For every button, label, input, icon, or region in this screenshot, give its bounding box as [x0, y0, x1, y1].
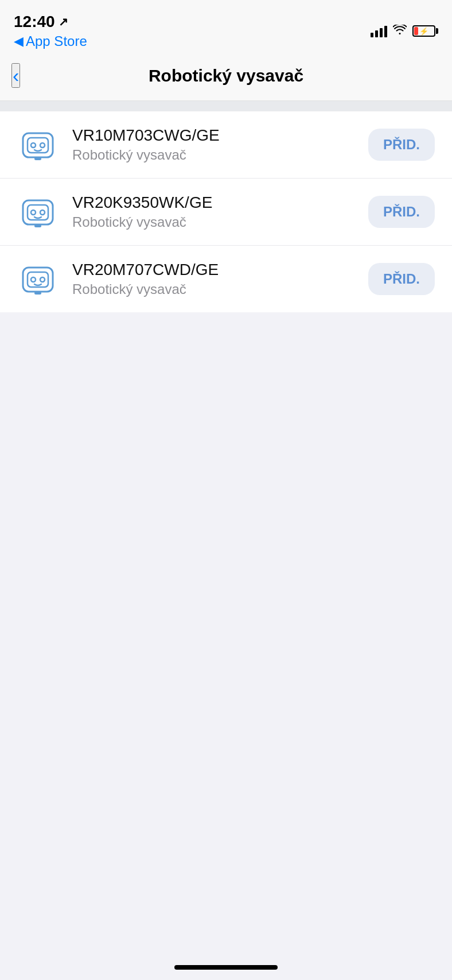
robot-vacuum-icon: [18, 259, 57, 299]
battery-icon: ⚡: [412, 25, 438, 37]
svg-point-3: [40, 143, 45, 148]
signal-bar-1: [371, 33, 373, 37]
signal-bars-icon: [371, 25, 387, 37]
app-store-back-label: App Store: [26, 33, 87, 49]
separator-bar: [0, 101, 452, 111]
back-chevron-icon: ◀: [14, 34, 24, 49]
device-icon-wrap: [17, 124, 59, 165]
status-time: 12:40 ↗: [14, 13, 87, 31]
page-title: Robotický vysavač: [149, 66, 303, 86]
charging-bolt-icon: ⚡: [419, 27, 428, 36]
back-button[interactable]: ‹: [11, 63, 20, 88]
signal-bar-4: [384, 26, 387, 37]
back-chevron-icon: ‹: [13, 64, 19, 87]
robot-vacuum-icon: [18, 125, 57, 164]
add-device-button[interactable]: PŘID.: [368, 263, 435, 295]
bottom-area: [0, 312, 452, 980]
list-item: VR20M707CWD/GE Robotický vysavač PŘID.: [0, 246, 452, 312]
wifi-icon: [393, 24, 407, 38]
nav-bar: ‹ Robotický vysavač: [0, 51, 452, 101]
device-icon-wrap: [17, 191, 59, 233]
status-bar: 12:40 ↗ ◀ App Store: [0, 0, 452, 51]
device-type: Robotický vysavač: [72, 281, 354, 297]
add-device-button[interactable]: PŘID.: [368, 196, 435, 228]
device-name: VR20M707CWD/GE: [72, 261, 354, 279]
svg-rect-14: [34, 292, 41, 295]
device-type: Robotický vysavač: [72, 214, 354, 230]
svg-point-8: [40, 210, 45, 215]
time-label: 12:40: [14, 13, 55, 31]
signal-bar-2: [375, 30, 378, 37]
device-type: Robotický vysavač: [72, 147, 354, 163]
device-name: VR10M703CWG/GE: [72, 126, 354, 145]
device-info: VR20M707CWD/GE Robotický vysavač: [72, 261, 354, 297]
svg-rect-9: [34, 224, 41, 227]
back-nav[interactable]: ◀ App Store: [14, 33, 87, 49]
status-right: ⚡: [371, 24, 438, 38]
location-icon: ↗: [59, 15, 68, 29]
list-item: VR20K9350WK/GE Robotický vysavač PŘID.: [0, 179, 452, 246]
device-name: VR20K9350WK/GE: [72, 193, 354, 212]
battery-fill: [414, 27, 418, 35]
robot-vacuum-icon: [18, 192, 57, 231]
device-info: VR10M703CWG/GE Robotický vysavač: [72, 126, 354, 163]
list-item: VR10M703CWG/GE Robotický vysavač PŘID.: [0, 111, 452, 179]
device-info: VR20K9350WK/GE Robotický vysavač: [72, 193, 354, 230]
svg-point-2: [31, 143, 36, 148]
status-left: 12:40 ↗ ◀ App Store: [14, 13, 87, 49]
battery-tip: [436, 28, 438, 34]
home-indicator: [174, 965, 278, 970]
svg-point-13: [40, 277, 45, 282]
add-device-button[interactable]: PŘID.: [368, 129, 435, 161]
signal-bar-3: [380, 28, 383, 37]
battery-body: ⚡: [412, 25, 435, 37]
device-list: VR10M703CWG/GE Robotický vysavač PŘID. V…: [0, 111, 452, 312]
device-icon-wrap: [17, 258, 59, 300]
svg-point-7: [31, 210, 36, 215]
svg-point-12: [31, 277, 36, 282]
svg-rect-4: [34, 157, 41, 160]
